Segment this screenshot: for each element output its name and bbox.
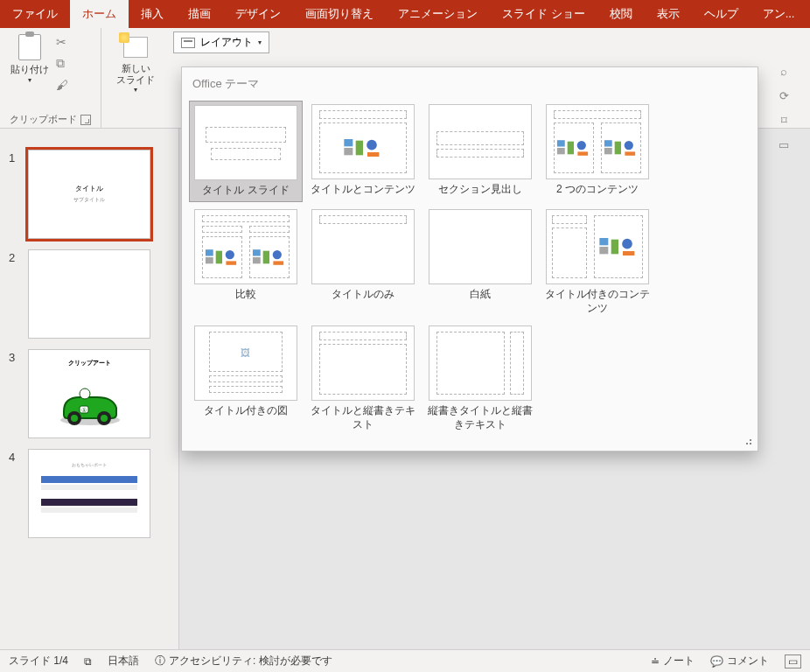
slide-number: 1 — [9, 150, 21, 239]
svg-rect-19 — [226, 261, 236, 264]
svg-rect-0 — [344, 139, 353, 146]
layout-item-label: タイトル付きのコンテンツ — [544, 288, 651, 315]
tab-9[interactable]: 表示 — [645, 0, 692, 28]
svg-point-28 — [622, 239, 632, 249]
notes-button[interactable]: ≐ ノート — [651, 654, 695, 668]
svg-point-13 — [625, 141, 633, 150]
svg-rect-9 — [577, 151, 588, 155]
svg-point-35 — [80, 388, 90, 399]
svg-rect-1 — [344, 148, 353, 155]
tab-2[interactable]: 挿入 — [129, 0, 176, 28]
accessibility-button[interactable]: ⓘ アクセシビリティ: 検討が必要です — [155, 654, 332, 668]
layout-item-label: セクション見出し — [438, 183, 522, 197]
comments-label: コメント — [727, 654, 769, 668]
tab-0[interactable]: ファイル — [0, 0, 70, 28]
cut-icon[interactable]: ✂ — [56, 35, 68, 49]
copy-icon[interactable]: ⧉ — [56, 56, 68, 71]
layout-item-vtext[interactable]: タイトルと縦書きテキスト — [306, 322, 420, 435]
layout-item-compare[interactable]: 比較 — [189, 206, 303, 318]
svg-rect-5 — [557, 140, 565, 146]
comments-button[interactable]: 💬 コメント — [710, 654, 769, 668]
tab-5[interactable]: 画面切り替え — [293, 0, 386, 28]
svg-point-18 — [226, 250, 234, 259]
layout-item-label: タイトル付きの図 — [204, 404, 288, 418]
status-language[interactable]: 日本語 — [108, 654, 139, 668]
ribbon-right-controls: ⌕⟳⌑▭ — [758, 60, 810, 157]
layout-item-title[interactable]: タイトル スライド — [189, 101, 303, 202]
svg-point-32 — [71, 415, 78, 422]
clipboard-group-label: クリップボード — [10, 113, 77, 126]
svg-rect-11 — [604, 148, 612, 154]
new-slide-label: 新しい スライド — [116, 63, 155, 86]
layout-item-label: 2 つのコンテンツ — [556, 183, 639, 197]
chevron-down-icon: ▾ — [134, 86, 137, 94]
clipboard-launcher[interactable] — [80, 115, 91, 125]
svg-rect-26 — [599, 247, 608, 254]
layout-item-blank[interactable]: 白紙 — [423, 206, 537, 318]
svg-rect-27 — [611, 240, 618, 255]
slide-thumb-1[interactable]: 1タイトルサブタイトル — [0, 144, 178, 244]
layout-item-label: 比較 — [235, 288, 256, 302]
chevron-down-icon: ▾ — [258, 38, 262, 46]
layout-item-content[interactable]: タイトルとコンテンツ — [306, 101, 420, 202]
paste-label: 貼り付け — [10, 63, 49, 76]
layout-dropdown[interactable]: レイアウト ▾ — [173, 32, 269, 53]
svg-rect-2 — [356, 141, 363, 156]
layout-gallery: Office テーマ タイトル スライドタイトルとコンテンツセクション見出し2 … — [181, 66, 758, 452]
svg-rect-20 — [253, 249, 261, 256]
spellcheck-icon[interactable]: ⧉ — [84, 655, 92, 668]
svg-rect-25 — [599, 238, 608, 245]
svg-rect-29 — [623, 251, 634, 256]
layout-item-section[interactable]: セクション見出し — [423, 101, 537, 202]
paste-button[interactable]: 貼り付け ▾ — [7, 32, 52, 92]
notes-icon: ≐ — [651, 655, 660, 668]
layout-item-vtitle[interactable]: 縦書きタイトルと縦書きテキスト — [423, 322, 537, 435]
tab-6[interactable]: アニメーション — [386, 0, 490, 28]
layout-item-capcontent[interactable]: タイトル付きのコンテンツ — [541, 206, 654, 318]
slide-thumb-3[interactable]: 3クリップアート① — [0, 344, 178, 444]
resize-grip[interactable] — [744, 437, 752, 445]
layout-item-only[interactable]: タイトルのみ — [306, 206, 420, 318]
tab-4[interactable]: デザイン — [223, 0, 293, 28]
accessibility-icon: ⓘ — [155, 654, 165, 668]
layout-item-label: タイトルのみ — [332, 288, 395, 302]
layout-label: レイアウト — [200, 35, 253, 50]
status-slide-number[interactable]: スライド 1/4 — [9, 654, 68, 668]
slide-number: 2 — [9, 249, 21, 339]
accessibility-label: アクセシビリティ: 検討が必要です — [169, 654, 332, 668]
tab-8[interactable]: 校閲 — [597, 0, 645, 28]
svg-rect-21 — [253, 257, 261, 263]
layout-item-pic[interactable]: 🖼タイトル付きの図 — [189, 322, 303, 435]
svg-rect-7 — [568, 142, 574, 155]
tab-10[interactable]: ヘルプ — [692, 0, 751, 28]
tab-3[interactable]: 描画 — [176, 0, 223, 28]
slide-thumb-4[interactable]: 4おもちゃレポート — [0, 444, 178, 543]
gallery-header: Office テーマ — [182, 67, 758, 95]
svg-rect-22 — [263, 251, 269, 264]
svg-point-23 — [273, 250, 282, 259]
svg-rect-10 — [604, 140, 612, 146]
layout-item-label: 縦書きタイトルと縦書きテキスト — [427, 404, 534, 431]
tab-11[interactable]: アン... — [751, 0, 807, 28]
svg-point-3 — [367, 140, 377, 150]
format-painter-icon[interactable]: 🖌 — [56, 78, 68, 92]
layout-item-label: タイトルと縦書きテキスト — [310, 404, 416, 431]
status-bar: スライド 1/4 ⧉ 日本語 ⓘ アクセシビリティ: 検討が必要です ≐ ノート… — [0, 649, 810, 672]
svg-text:①: ① — [81, 407, 87, 413]
svg-rect-12 — [615, 142, 621, 155]
svg-rect-16 — [206, 257, 213, 263]
layout-item-two[interactable]: 2 つのコンテンツ — [541, 101, 654, 202]
tab-1[interactable]: ホーム — [70, 0, 129, 28]
layout-icon — [181, 38, 195, 48]
slide-thumb-2[interactable]: 2 — [0, 244, 178, 344]
svg-point-8 — [577, 141, 586, 150]
new-slide-button[interactable]: 新しい スライド ▾ — [108, 32, 163, 95]
svg-point-34 — [101, 415, 108, 422]
ribbon-tabbar: ファイルホーム挿入描画デザイン画面切り替えアニメーションスライド ショー校閲表示… — [0, 0, 810, 28]
tab-7[interactable]: スライド ショー — [490, 0, 597, 28]
svg-rect-24 — [273, 261, 283, 264]
chevron-down-icon: ▾ — [28, 76, 31, 84]
layout-item-label: タイトル スライド — [202, 184, 289, 198]
svg-rect-15 — [206, 249, 213, 256]
view-normal-icon[interactable]: ▭ — [785, 654, 801, 668]
